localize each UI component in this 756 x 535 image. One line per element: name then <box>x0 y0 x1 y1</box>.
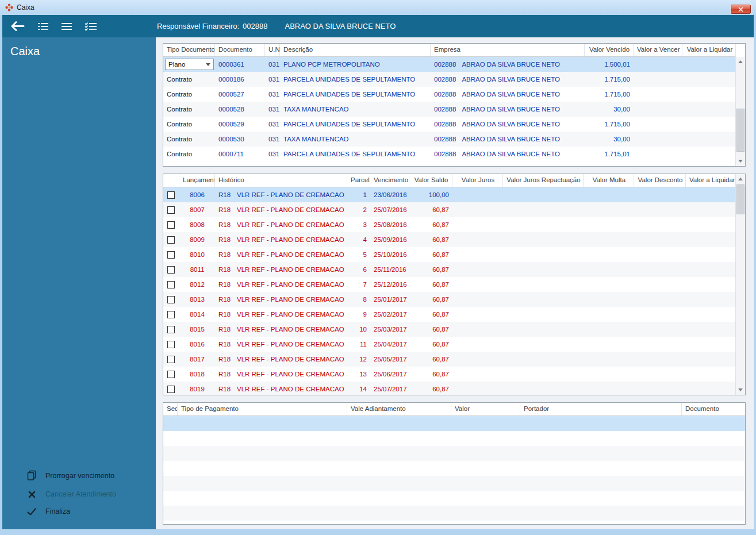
scroll-up-button[interactable] <box>736 174 745 184</box>
installment-checkbox[interactable] <box>167 326 175 333</box>
document-description: PARCELA UNIDADES DE SEPULTAMENTO <box>280 72 431 87</box>
payment-row[interactable] <box>163 476 745 491</box>
scroll-down-button[interactable] <box>736 156 745 166</box>
column-header[interactable]: Valor <box>451 403 520 415</box>
column-header[interactable]: Portador <box>520 403 682 415</box>
payment-row[interactable] <box>163 431 745 446</box>
tipo-documento-value: Plano <box>168 61 185 68</box>
installment-row[interactable]: 8012R18VLR REF - PLANO DE CREMACAO725/12… <box>163 277 745 292</box>
column-header[interactable]: Seq. <box>163 403 178 415</box>
column-header[interactable]: Lançamento <box>179 174 215 187</box>
column-header[interactable]: Descrição <box>280 44 431 56</box>
scroll-up-button[interactable] <box>736 57 745 67</box>
installment-row[interactable]: 8017R18VLR REF - PLANO DE CREMACAO1225/0… <box>163 352 745 367</box>
column-header[interactable]: Valor a Liquidar <box>686 174 736 187</box>
payment-row[interactable] <box>163 491 745 506</box>
installment-row[interactable]: 8008R18VLR REF - PLANO DE CREMACAO325/08… <box>163 217 745 232</box>
scrollbar-thumb[interactable] <box>736 184 745 214</box>
checklist-icon[interactable] <box>85 22 97 31</box>
valor-multa <box>584 337 634 352</box>
column-header[interactable]: Vale Adiantamento <box>347 403 451 415</box>
column-header[interactable]: Empresa <box>431 44 585 56</box>
installment-row[interactable]: 8010R18VLR REF - PLANO DE CREMACAO525/10… <box>163 247 745 262</box>
scrollbar-thumb[interactable] <box>736 109 745 152</box>
installment-checkbox[interactable] <box>167 311 175 318</box>
installment-checkbox[interactable] <box>167 356 175 363</box>
back-button[interactable] <box>10 21 25 32</box>
column-header[interactable]: Valor Juros <box>452 174 503 187</box>
column-header[interactable]: Valor Saldo <box>409 174 452 187</box>
document-row[interactable]: Contrato0000530031TAXA MANUTENCAO002888A… <box>163 132 745 147</box>
installment-checkbox[interactable] <box>167 191 175 199</box>
app-icon <box>5 3 13 11</box>
document-description: PARCELA UNIDADES DE SEPULTAMENTO <box>280 147 431 161</box>
documents-scrollbar[interactable] <box>735 57 745 166</box>
document-row[interactable]: Contrato0000711031PARCELA UNIDADES DE SE… <box>163 147 745 161</box>
installment-row[interactable]: 8016R18VLR REF - PLANO DE CREMACAO1125/0… <box>163 337 745 352</box>
menu-lines-icon[interactable] <box>61 22 72 31</box>
action-cancelar-atendimento[interactable]: Cancelar Atendimento <box>2 486 156 503</box>
company-name: ABRAO DA SILVA BRUCE NETO <box>462 91 560 98</box>
column-header[interactable]: Valor a Vencer <box>634 44 682 56</box>
action-label: Cancelar Atendimento <box>45 490 116 498</box>
installment-row[interactable]: 8013R18VLR REF - PLANO DE CREMACAO825/01… <box>163 292 745 307</box>
column-header[interactable]: Tipo Documento <box>163 44 215 56</box>
installment-row[interactable]: 8019R18VLR REF - PLANO DE CREMACAO1425/0… <box>163 382 745 395</box>
column-header[interactable]: Histórico <box>215 174 347 187</box>
document-row[interactable]: Contrato0000186031PARCELA UNIDADES DE SE… <box>163 72 745 87</box>
document-row[interactable]: Plano0000361031PLANO PCP METROPOLITANO00… <box>163 57 745 72</box>
action-prorrogar-vencimento[interactable]: Prorrogar vencimento <box>2 465 156 486</box>
installment-row[interactable]: 8014R18VLR REF - PLANO DE CREMACAO925/02… <box>163 307 745 322</box>
installments-scrollbar[interactable] <box>735 174 745 395</box>
column-header[interactable]: Valor a Liquidar <box>682 44 736 56</box>
payment-row[interactable] <box>163 416 745 431</box>
installment-checkbox[interactable] <box>167 236 175 244</box>
installment-row[interactable]: 8018R18VLR REF - PLANO DE CREMACAO1325/0… <box>163 367 745 382</box>
installment-checkbox[interactable] <box>167 371 175 378</box>
column-header[interactable]: Parcela <box>347 174 370 187</box>
column-header[interactable] <box>163 174 179 187</box>
document-row[interactable]: Contrato0000528031TAXA MANUTENCAO002888A… <box>163 102 745 117</box>
column-header[interactable]: Valor Multa <box>584 174 634 187</box>
payment-row[interactable] <box>163 461 745 476</box>
tipo-documento-select[interactable]: Plano <box>165 59 214 70</box>
numbered-list-icon[interactable] <box>37 22 49 31</box>
payment-row[interactable] <box>163 446 745 461</box>
installment-row[interactable]: 8011R18VLR REF - PLANO DE CREMACAO625/11… <box>163 262 745 277</box>
page-title: Caixa <box>2 37 156 66</box>
installment-row[interactable]: 8015R18VLR REF - PLANO DE CREMACAO1025/0… <box>163 322 745 337</box>
column-header[interactable]: Documento <box>682 403 746 415</box>
scroll-down-button[interactable] <box>736 385 745 395</box>
historico: R18VLR REF - PLANO DE CREMACAO <box>215 202 347 217</box>
column-header[interactable]: Valor Vencido <box>585 44 634 56</box>
installment-checkbox[interactable] <box>167 281 175 288</box>
close-button[interactable] <box>731 5 751 14</box>
historico-text: VLR REF - PLANO DE CREMACAO <box>237 251 344 258</box>
company-code: 002888 <box>434 136 456 143</box>
installment-checkbox[interactable] <box>167 341 175 348</box>
installment-checkbox[interactable] <box>167 266 175 274</box>
installment-checkbox[interactable] <box>167 296 175 303</box>
payment-row[interactable] <box>163 506 745 521</box>
triangle-up-icon <box>738 178 743 180</box>
valor-juros-repactuacao <box>503 187 584 202</box>
installment-checkbox[interactable] <box>167 251 175 259</box>
column-header[interactable]: Documento <box>215 44 265 56</box>
document-tipo-cell: Contrato <box>163 72 215 87</box>
document-row[interactable]: Contrato0000527031PARCELA UNIDADES DE SE… <box>163 87 745 102</box>
vencimento: 25/04/2017 <box>370 337 409 352</box>
installment-checkbox[interactable] <box>167 206 175 214</box>
installment-checkbox[interactable] <box>167 386 175 393</box>
column-header[interactable]: Tipo de Pagamento <box>178 403 347 415</box>
column-header[interactable]: Valor Juros Repactuação <box>503 174 584 187</box>
column-header[interactable]: Vencimento <box>370 174 409 187</box>
valor-desconto <box>634 352 686 367</box>
installment-row[interactable]: 8006R18VLR REF - PLANO DE CREMACAO123/06… <box>163 187 745 202</box>
column-header[interactable]: U.N. <box>265 44 280 56</box>
action-finaliza[interactable]: Finaliza <box>2 503 156 520</box>
installment-row[interactable]: 8007R18VLR REF - PLANO DE CREMACAO225/07… <box>163 202 745 217</box>
column-header[interactable]: Valor Desconto <box>634 174 686 187</box>
installment-checkbox[interactable] <box>167 221 175 229</box>
document-row[interactable]: Contrato0000529031PARCELA UNIDADES DE SE… <box>163 117 745 132</box>
installment-row[interactable]: 8009R18VLR REF - PLANO DE CREMACAO425/09… <box>163 232 745 247</box>
